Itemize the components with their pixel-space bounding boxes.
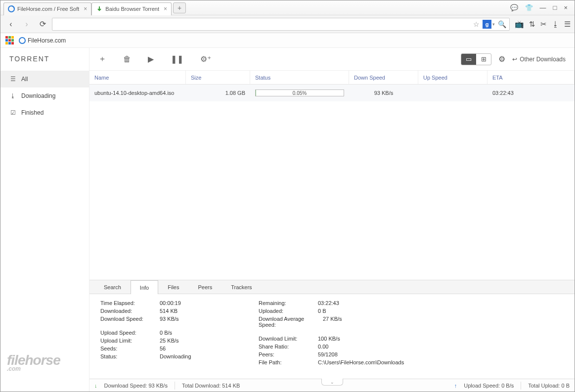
reply-arrow-icon: ↩	[512, 56, 517, 63]
detail-body: Time Elapsed:00:00:19 Downloaded:514 KB …	[89, 294, 575, 379]
delete-button[interactable]: 🗑	[123, 55, 131, 64]
info-label: Remaining:	[259, 300, 318, 306]
up-arrow-icon: ↑	[454, 383, 457, 389]
detail-tab-info[interactable]: Info	[131, 280, 158, 294]
info-value: 59/1208	[318, 351, 387, 357]
detail-tab-peers[interactable]: Peers	[188, 280, 221, 294]
filehorse-favicon-icon	[8, 5, 15, 12]
info-value: 0 B/s	[160, 330, 229, 336]
menu-icon[interactable]: ☰	[564, 20, 571, 29]
tab-filehorse[interactable]: FileHorse.com / Free Soft ×	[3, 2, 91, 15]
detail-tab-trackers[interactable]: Trackers	[221, 280, 261, 294]
info-label: Upload Limit:	[100, 338, 160, 344]
add-torrent-button[interactable]: ＋	[98, 54, 106, 64]
bookmark-label: FileHorse.com	[28, 37, 66, 44]
download-icon[interactable]: ⭳	[552, 20, 559, 28]
sidebar-item-label: All	[21, 76, 28, 83]
info-value: 0.00	[318, 344, 387, 349]
info-label: Download Speed:	[100, 316, 160, 322]
url-box[interactable]: ☆ g ▾ 🔍	[52, 18, 510, 31]
search-engine-badge[interactable]: g	[483, 20, 491, 29]
table-row[interactable]: ubuntu-14.10-desktop-amd64.iso 1.08 GB 0…	[89, 85, 575, 101]
col-status[interactable]: Status	[250, 71, 349, 84]
scissors-icon[interactable]: ✂	[540, 20, 547, 29]
info-value: 0 B	[318, 308, 387, 314]
info-col-left: Time Elapsed:00:00:19 Downloaded:514 KB …	[100, 300, 229, 373]
info-label: File Path:	[259, 359, 318, 365]
info-value: Downloading	[160, 353, 229, 359]
media-download-icon[interactable]: 📺	[515, 20, 524, 29]
detail-tab-files[interactable]: Files	[158, 280, 188, 294]
info-value: 514 KB	[160, 308, 229, 314]
info-label: Peers:	[259, 351, 318, 357]
back-button[interactable]: ‹	[4, 18, 17, 30]
info-value: 93 KB/s	[160, 316, 229, 322]
info-label: Download Average Speed:	[259, 316, 323, 328]
other-downloads-link[interactable]: ↩ Other Downloads	[512, 56, 566, 63]
info-value: 100 KB/s	[318, 336, 387, 342]
view-list-icon[interactable]: ▭	[461, 54, 476, 65]
comment-icon[interactable]: 💬	[510, 4, 518, 11]
tab-baidu-torrent[interactable]: Baidu Browser Torrent ×	[91, 2, 172, 15]
col-up[interactable]: Up Speed	[418, 71, 487, 84]
col-name[interactable]: Name	[89, 71, 186, 84]
chevron-down-icon[interactable]: ▾	[492, 22, 495, 27]
check-icon: ☑	[9, 109, 16, 116]
view-grid-icon[interactable]: ⊞	[476, 54, 491, 65]
pause-button[interactable]: ❚❚	[171, 54, 183, 64]
col-eta[interactable]: ETA	[487, 71, 575, 84]
progress-label: 0.05%	[293, 90, 307, 96]
info-label: Time Elapsed:	[100, 300, 160, 306]
list-icon: ☰	[9, 76, 16, 83]
maximize-button[interactable]: □	[553, 4, 557, 11]
sidebar-item-finished[interactable]: ☑ Finished	[0, 104, 89, 121]
sidebar-item-label: Finished	[21, 109, 44, 116]
bookmark-filehorse[interactable]: FileHorse.com	[19, 37, 66, 44]
settings-icon[interactable]: ⚙	[498, 54, 505, 64]
skin-icon[interactable]: 👕	[525, 4, 533, 11]
progress-fill	[256, 90, 256, 96]
other-downloads-label: Other Downloads	[520, 56, 566, 63]
sidebar-item-downloading[interactable]: ⭳ Downloading	[0, 87, 89, 104]
cell-down: 93 KB/s	[349, 90, 418, 96]
play-button[interactable]: ▶	[148, 54, 154, 64]
table-body: ubuntu-14.10-desktop-amd64.iso 1.08 GB 0…	[89, 85, 575, 280]
apps-grid-icon[interactable]	[5, 36, 14, 44]
info-value: 00:00:19	[160, 300, 229, 306]
reload-button[interactable]: ⟳	[36, 18, 49, 30]
tab-close-icon[interactable]: ×	[84, 5, 87, 12]
new-tab-button[interactable]: +	[173, 2, 186, 13]
down-arrow-icon: ↓	[94, 383, 97, 389]
detail-tab-search[interactable]: Search	[94, 280, 131, 294]
sidebar-item-all[interactable]: ☰ All	[0, 71, 89, 87]
info-value: 56	[160, 346, 229, 351]
url-input[interactable]	[55, 21, 470, 28]
tab-close-icon[interactable]: ×	[164, 5, 167, 12]
close-button[interactable]: ×	[564, 4, 568, 11]
col-size[interactable]: Size	[186, 71, 250, 84]
info-value: 27 KB/s	[323, 316, 392, 328]
col-down[interactable]: Down Speed	[349, 71, 418, 84]
forward-button[interactable]: ›	[20, 18, 33, 30]
torrent-toolbar: ＋ 🗑 ▶ ❚❚ ⚙⁺ ▭ ⊞ ⚙ ↩ Other Downloads	[89, 48, 575, 71]
minimize-button[interactable]: —	[540, 4, 546, 11]
collapse-chevron-icon[interactable]: ⌄	[321, 379, 343, 386]
bookmark-star-icon[interactable]: ☆	[473, 20, 480, 28]
info-value: C:\Users\FileHorse.com\Downloads	[318, 359, 446, 365]
status-total-dl: Total Download: 514 KB	[182, 383, 240, 389]
transfer-icon[interactable]: ⇅	[529, 20, 535, 29]
svg-point-1	[19, 38, 25, 44]
detail-panel: Search Info Files Peers Trackers Time El…	[89, 280, 575, 379]
addressbar: ‹ › ⟳ ☆ g ▾ 🔍 📺 ⇅ ✂ ⭳ ☰	[0, 15, 575, 33]
sidebar-title: TORRENT	[0, 48, 89, 72]
info-label: Seeds:	[100, 346, 160, 351]
info-label: Uploaded:	[259, 308, 318, 314]
view-toggle[interactable]: ▭ ⊞	[461, 53, 491, 65]
search-icon[interactable]: 🔍	[498, 20, 506, 28]
bookmark-bar: FileHorse.com	[0, 33, 575, 48]
cell-name: ubuntu-14.10-desktop-amd64.iso	[89, 90, 186, 96]
options-button[interactable]: ⚙⁺	[200, 54, 211, 64]
info-label: Status:	[100, 353, 160, 359]
tab-label: FileHorse.com / Free Soft	[17, 6, 79, 12]
info-label: Downloaded:	[100, 308, 160, 314]
